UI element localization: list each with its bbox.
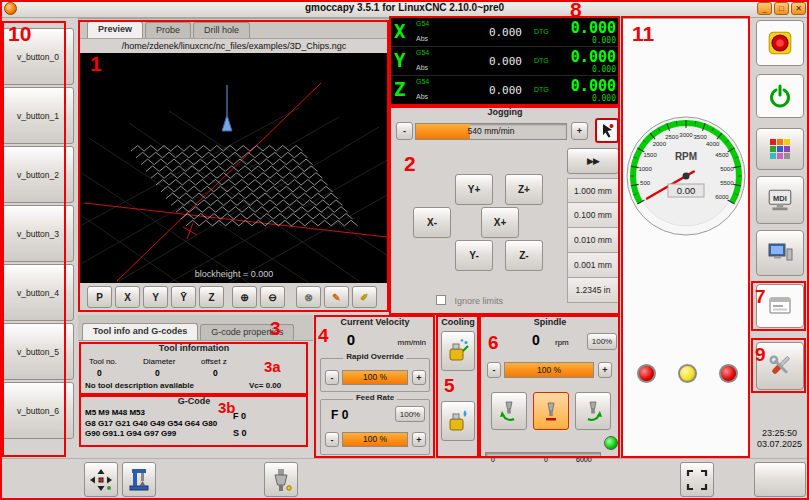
left-button-4[interactable]: v_button_4 <box>2 264 74 321</box>
spindle-left-button[interactable] <box>491 392 527 430</box>
tools-icon <box>766 352 794 380</box>
feed-value: F 0 <box>331 408 348 422</box>
touch-off-button[interactable] <box>84 462 118 497</box>
edit-icon[interactable]: ✎ <box>324 286 349 308</box>
minimize-icon[interactable]: _ <box>757 2 772 15</box>
bottom-spacer-button[interactable] <box>754 462 806 497</box>
feed-plus-button[interactable]: + <box>412 432 426 447</box>
preview-toolbar: PXYȲZ ⊕ ⊖ ⊗ ✎ ✐ <box>79 283 389 311</box>
ignore-limits-checkbox[interactable]: Ignore limits <box>436 290 503 308</box>
hand-pointer-icon <box>599 123 615 139</box>
jog-speed-bar[interactable]: 540 mm/min <box>415 123 567 140</box>
dtg-label: DTG <box>534 28 549 35</box>
fullscreen-button[interactable] <box>680 462 714 497</box>
spindle-right-button[interactable] <box>575 392 611 430</box>
tab-gcode-properties[interactable]: G-code properties <box>200 324 294 340</box>
jog-increment-1[interactable]: 0.100 mm <box>567 203 619 228</box>
left-button-0[interactable]: v_button_0 <box>2 28 74 85</box>
jog-increment-2[interactable]: 0.010 mm <box>567 228 619 253</box>
rapid-override-bar[interactable]: 100 % <box>342 370 408 385</box>
tab-drill-hole[interactable]: Drill hole <box>193 22 250 38</box>
preview-3d-canvas[interactable]: blockheight = 0.000 <box>79 53 389 283</box>
feed-minus-button[interactable]: - <box>325 432 339 447</box>
titlebar: gmoccapy 3.5.1 for LinuxCNC 2.10.0~pre0 … <box>0 0 809 18</box>
spindle-plus-button[interactable]: + <box>598 362 612 378</box>
axis-letter: Z <box>394 78 405 100</box>
clear-plot-icon[interactable]: ⊗ <box>296 286 321 308</box>
view-p-button[interactable]: P <box>87 286 112 308</box>
view-x-button[interactable]: X <box>115 286 140 308</box>
rapid-plus-button[interactable]: + <box>412 370 426 385</box>
jog-increment-0[interactable]: 1.000 mm <box>567 178 619 203</box>
dro-row-z[interactable]: Z G54 Abs 0.000 DTG 0.000 0.000 <box>390 76 620 105</box>
jog-y-minus-button[interactable]: Y- <box>455 240 493 271</box>
dtg-label: DTG <box>534 86 549 93</box>
rapid-override-value: 100 % <box>343 371 407 384</box>
zoom-in-icon[interactable]: ⊕ <box>232 286 257 308</box>
abs-label: Abs <box>416 64 428 71</box>
brush-icon[interactable]: ✐ <box>352 286 377 308</box>
machine-view-button[interactable] <box>756 230 804 276</box>
spindle-stop-icon <box>539 399 563 423</box>
gcode-title: G-Code <box>175 396 214 406</box>
jog-z-plus-button[interactable]: Z+ <box>505 174 543 205</box>
tab-tool-info[interactable]: Tool info and G-codes <box>82 323 198 340</box>
jog-x-plus-button[interactable]: X+ <box>481 207 519 238</box>
fullscreen-icon <box>684 467 710 493</box>
dro-panel: X G54 Abs 0.000 DTG 0.000 0.000 Y G54 Ab… <box>390 18 620 105</box>
view-y-button[interactable]: Y <box>143 286 168 308</box>
dialog-button[interactable] <box>756 284 804 328</box>
tab-preview[interactable]: Preview <box>87 21 143 38</box>
feed-pct-button[interactable]: 100% <box>395 406 425 422</box>
left-button-3[interactable]: v_button_3 <box>2 205 74 262</box>
tab-probe[interactable]: Probe <box>145 22 191 38</box>
feed-rate-bar[interactable]: 100 % <box>342 432 408 447</box>
jog-mode-button[interactable] <box>595 118 619 143</box>
spindle-minus-button[interactable]: - <box>487 362 501 378</box>
vc-value: Vc= 0.00 <box>249 381 281 390</box>
jog-increment-3[interactable]: 0.001 mm <box>567 253 619 278</box>
jog-speed-plus-button[interactable]: + <box>571 122 588 140</box>
velocity-value: 0 <box>326 331 376 348</box>
user-tabs-button[interactable] <box>756 128 804 170</box>
spindle-stop-button[interactable] <box>533 392 569 430</box>
blockheight-label: blockheight = 0.000 <box>79 269 389 279</box>
left-button-2[interactable]: v_button_2 <box>2 146 74 203</box>
mist-coolant-icon <box>446 338 470 364</box>
jog-increment-4[interactable]: 1.2345 in <box>567 278 619 303</box>
abs-value: 0.000 <box>462 55 522 68</box>
view-z-button[interactable]: Z <box>199 286 224 308</box>
jogging-panel: Jogging - 540 mm/min + ▶▶ 1.000 mm0.100 … <box>390 105 620 315</box>
tool-change-button[interactable] <box>264 462 298 497</box>
preview-tabbar: Preview Probe Drill hole <box>79 19 389 39</box>
jog-z-minus-button[interactable]: Z- <box>505 240 543 271</box>
left-button-1[interactable]: v_button_1 <box>2 87 74 144</box>
left-button-6[interactable]: v_button_6 <box>2 382 74 439</box>
block-height-button[interactable] <box>122 462 156 497</box>
dro-row-y[interactable]: Y G54 Abs 0.000 DTG 0.000 0.000 <box>390 47 620 76</box>
estop-button[interactable] <box>756 20 804 66</box>
mist-button[interactable] <box>441 331 475 371</box>
spindle-pct-button[interactable]: 100% <box>587 333 617 350</box>
mdi-button[interactable]: MDI <box>756 176 804 224</box>
dro-row-x[interactable]: X G54 Abs 0.000 DTG 0.000 0.000 <box>390 18 620 47</box>
spindle-override-value: 100 % <box>505 363 593 377</box>
scale-max-label: 6000 <box>576 456 592 463</box>
jog-x-minus-button[interactable]: X- <box>413 207 451 238</box>
feed-rate-value: 100 % <box>343 433 407 446</box>
spindle-panel: Spindle 0 rpm 100% - 100 % + <box>480 315 620 458</box>
maximize-icon[interactable]: □ <box>774 2 789 15</box>
fast-forward-icon[interactable]: ▶▶ <box>567 148 619 174</box>
view-y2-button[interactable]: Ȳ <box>171 286 196 308</box>
flood-button[interactable] <box>441 401 475 441</box>
zoom-out-icon[interactable]: ⊖ <box>260 286 285 308</box>
settings-button[interactable] <box>756 342 804 390</box>
spindle-override-bar[interactable]: 100 % <box>504 362 594 378</box>
jog-speed-minus-button[interactable]: - <box>396 122 413 140</box>
cooling-title: Cooling <box>438 317 478 327</box>
machine-on-button[interactable] <box>756 74 804 118</box>
left-button-5[interactable]: v_button_5 <box>2 323 74 380</box>
rapid-minus-button[interactable]: - <box>325 370 339 385</box>
close-icon[interactable]: ✕ <box>791 2 806 15</box>
jog-y-plus-button[interactable]: Y+ <box>455 174 493 205</box>
